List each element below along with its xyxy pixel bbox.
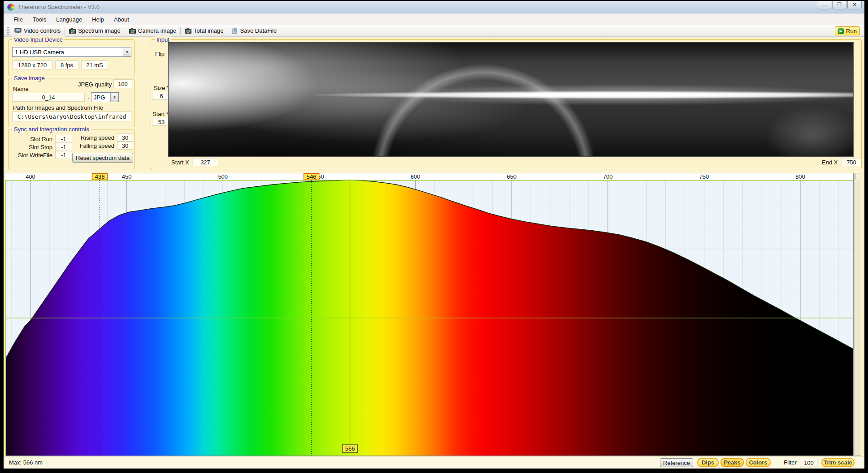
menu-help[interactable]: Help [87, 15, 108, 24]
reference-button[interactable]: Reference [660, 458, 693, 467]
chart-side-strip[interactable] [855, 173, 861, 456]
video-controls-button[interactable]: Video controls [11, 26, 64, 35]
status-bar: Max: 566 nm Reference Dips Peaks Colors … [4, 456, 864, 469]
filter-label: Filter [784, 459, 797, 466]
calibration-marker-546[interactable]: 546 [304, 173, 319, 180]
resolution-value: 1280 x 720 [12, 60, 52, 69]
dot-label: . [87, 94, 89, 100]
app-icon [7, 4, 14, 11]
screen: Theremino Spectrometer - V3.0 — ❐ ✕ File… [0, 0, 868, 473]
calibration-marker-436[interactable]: 436 [92, 173, 108, 180]
x-tick-label: 750 [699, 173, 709, 180]
toolbar-grip [7, 27, 9, 35]
save-datafile-button[interactable]: Save DataFile [229, 26, 280, 35]
x-tick-label: 700 [603, 173, 613, 180]
max-wavelength-readout: Max: 566 nm [9, 459, 43, 466]
video-controls-icon [14, 28, 22, 34]
falling-speed-value[interactable]: 30 [117, 142, 133, 150]
x-tick-label: 500 [218, 173, 228, 180]
toolbar-separator [65, 27, 65, 35]
sync-group: Sync and integration controls Slot Run -… [8, 129, 135, 169]
save-datafile-icon [232, 28, 238, 34]
menu-language[interactable]: Language [52, 15, 87, 24]
peak-marker-label: 566 [343, 445, 358, 452]
latency-value: 21 mS [81, 60, 108, 69]
x-tick-label: 600 [411, 173, 421, 180]
slot-run-label: Slot Run [13, 136, 52, 142]
peaks-button[interactable]: Peaks [720, 458, 744, 467]
format-select[interactable]: JPG ▼ [91, 92, 119, 102]
slot-writefile-label: Slot WriteFile [9, 152, 52, 159]
menu-tools[interactable]: Tools [28, 15, 51, 24]
camera-preview [168, 42, 854, 157]
svg-text:546: 546 [307, 173, 317, 180]
rising-speed-value[interactable]: 30 [117, 133, 133, 142]
jpeg-quality-value[interactable]: 100 [113, 79, 132, 88]
falling-speed-label: Falling speed [67, 142, 114, 149]
save-image-group: Save image JPEG quality 100 Name 0_14 . … [8, 78, 135, 127]
spectrum-chart[interactable]: 400450500550600650700750800436546566 [5, 173, 854, 456]
toolbar-separator [125, 27, 125, 35]
restore-button[interactable]: ❐ [832, 1, 846, 9]
end-x-value[interactable]: 750 [842, 158, 861, 166]
minimize-button[interactable]: — [817, 1, 831, 9]
toolbar: Video controls Spectrum image Camera ima… [4, 25, 864, 37]
start-x-label: Start X [171, 159, 189, 166]
image-name-input[interactable]: 0_14 [12, 93, 85, 102]
fps-value: 8 fps [55, 60, 78, 69]
sync-title: Sync and integration controls [12, 126, 91, 133]
menu-file[interactable]: File [9, 15, 27, 24]
camera-image-button[interactable]: Camera image [126, 26, 179, 35]
total-image-button[interactable]: Total image [182, 26, 226, 35]
save-image-title: Save image [12, 75, 47, 82]
end-x-label: End X [822, 159, 838, 166]
side-strip-button[interactable] [855, 174, 860, 179]
app-window: Theremino Spectrometer - V3.0 — ❐ ✕ File… [4, 1, 864, 469]
camera-icon [69, 28, 76, 34]
x-tick-label: 800 [795, 173, 805, 180]
trim-scale-button[interactable]: Trim scale [821, 458, 855, 467]
x-tick-label: 450 [122, 173, 132, 180]
toolbar-separator [228, 27, 228, 35]
flip-label: Flip [155, 51, 165, 57]
slot-stop-label: Slot Stop [13, 144, 52, 150]
spectrum-chart-svg: 400450500550600650700750800436546566 [5, 173, 854, 456]
dips-button[interactable]: Dips [697, 458, 719, 467]
path-value[interactable]: C:\Users\GaryG\Desktop\infrared [12, 112, 131, 121]
camera-icon [129, 28, 136, 34]
video-input-group: Video Input Device 1 HD USB Camera ▼ 128… [8, 39, 135, 76]
x-tick-label: 650 [507, 173, 516, 180]
chevron-down-icon: ▼ [123, 47, 131, 56]
chevron-down-icon: ▼ [110, 93, 118, 102]
rising-speed-label: Rising speed [67, 134, 114, 141]
jpeg-quality-label: JPEG quality [78, 81, 112, 88]
colors-button[interactable]: Colors [746, 458, 771, 467]
svg-text:436: 436 [95, 173, 105, 180]
name-label: Name [13, 86, 29, 92]
run-button[interactable]: ▶ Run [835, 26, 860, 35]
reset-spectrum-button[interactable]: Reset spectrum data [72, 153, 133, 163]
menu-bar: File Tools Language Help About [4, 13, 864, 25]
title-bar[interactable]: Theremino Spectrometer - V3.0 — ❐ ✕ [4, 1, 864, 13]
path-label: Path for Images and Spectrum File [13, 104, 103, 111]
x-tick-label: 400 [26, 173, 35, 180]
start-x-value[interactable]: 327 [192, 158, 218, 166]
close-button[interactable]: ✕ [847, 1, 862, 9]
window-title: Theremino Spectrometer - V3.0 [18, 4, 100, 10]
slot-writefile-value[interactable]: -1 [55, 151, 72, 159]
filter-value[interactable]: 100 [800, 459, 818, 467]
video-input-title: Video Input Device [12, 36, 65, 43]
spectrum-image-button[interactable]: Spectrum image [66, 26, 124, 35]
toolbar-separator [180, 27, 181, 35]
start-y-label: Start Y [152, 111, 170, 117]
svg-text:566: 566 [345, 445, 355, 452]
menu-about[interactable]: About [109, 15, 134, 24]
video-device-select[interactable]: 1 HD USB Camera ▼ [12, 47, 131, 57]
camera-icon [185, 28, 191, 34]
play-icon: ▶ [838, 28, 844, 34]
